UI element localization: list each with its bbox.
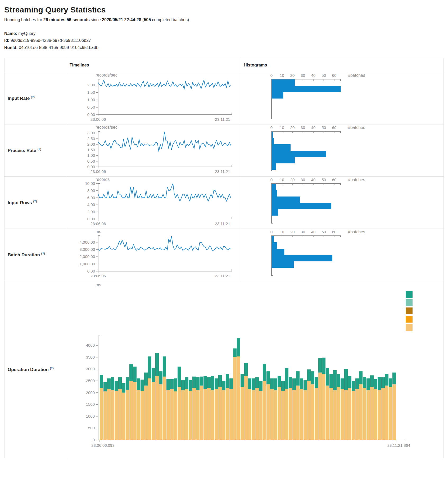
- stacked-bar-top: [259, 381, 263, 391]
- stacked-bar-base: [189, 391, 192, 440]
- stacked-bar-base: [166, 390, 170, 440]
- operation-duration-row: Operation Duration (?) ms050010001500200…: [4, 281, 444, 458]
- stacked-bar-top: [233, 349, 237, 357]
- svg-text:3,000.00: 3,000.00: [80, 247, 95, 252]
- stacked-bar-base: [163, 377, 166, 440]
- stacked-bar-base: [355, 389, 359, 440]
- stacked-bar-top: [241, 374, 244, 387]
- batch-duration-label-cell: Batch Duration (?): [4, 229, 67, 281]
- stacked-bar-top: [359, 371, 363, 384]
- svg-text:40: 40: [311, 73, 316, 78]
- process-rate-label-cell: Process Rate (?): [4, 124, 67, 177]
- input-rows-timeline-chart: records0.002.004.006.008.0010.0023:06:06…: [67, 177, 241, 229]
- stacked-bar-top: [152, 368, 155, 382]
- stacked-bar-top: [370, 376, 374, 387]
- svg-text:2500: 2500: [86, 378, 95, 383]
- help-tooltip[interactable]: (?): [50, 367, 54, 370]
- stacked-bar-top: [304, 380, 307, 390]
- svg-text:23:11:21: 23:11:21: [215, 169, 230, 174]
- stacked-bar-base: [344, 390, 348, 440]
- svg-text:23:06:06: 23:06:06: [90, 117, 106, 122]
- svg-text:3000: 3000: [86, 367, 95, 371]
- stacked-bar-top: [366, 378, 370, 390]
- stacked-bar-base: [148, 378, 151, 440]
- stacked-bar-base: [326, 386, 329, 440]
- svg-text:0: 0: [270, 125, 273, 130]
- svg-text:1.50: 1.50: [87, 148, 95, 152]
- row-label: Operation Duration: [8, 367, 49, 372]
- stacked-bar-base: [370, 387, 374, 440]
- process-rate-histogram-chart: 0102030405060#batches: [241, 124, 444, 176]
- stacked-bar-top: [285, 368, 288, 389]
- query-name-value: myQuery: [17, 31, 35, 36]
- stacked-bar-top: [252, 378, 255, 390]
- svg-text:60: 60: [332, 230, 337, 234]
- stacked-bar-base: [155, 376, 159, 440]
- batch-duration-timeline-chart: ms0.001,000.002,000.003,000.004,000.0023…: [67, 229, 241, 281]
- histogram-bar: [272, 197, 300, 203]
- stacked-bar-base: [192, 388, 196, 440]
- page: Streaming Query Statistics Running batch…: [0, 0, 448, 463]
- histogram-bar: [272, 144, 291, 151]
- stacked-bar-base: [126, 390, 129, 440]
- stacked-bar-base: [203, 389, 207, 440]
- histogram-svg: 0102030405060#batches: [241, 72, 400, 124]
- svg-text:40: 40: [311, 177, 316, 182]
- help-tooltip[interactable]: (?): [31, 95, 35, 99]
- running-duration: 26 minutes 56 seconds: [43, 17, 90, 22]
- stacked-bar-base: [318, 373, 322, 440]
- stacked-bar-top: [274, 378, 277, 390]
- svg-text:50: 50: [322, 230, 326, 234]
- completed-batches-count: 505: [144, 17, 151, 22]
- help-tooltip[interactable]: (?): [37, 148, 41, 151]
- stacked-bar-top: [170, 379, 174, 389]
- histogram-bar: [272, 255, 332, 261]
- svg-text:#batches: #batches: [348, 125, 365, 130]
- svg-text:60: 60: [332, 73, 337, 78]
- stacked-bar-top: [174, 378, 177, 391]
- stacked-bar-base: [307, 381, 311, 440]
- help-tooltip[interactable]: (?): [33, 200, 37, 203]
- stacked-bar-base: [337, 387, 340, 440]
- stacked-bar-top: [270, 378, 274, 389]
- stacked-bar-base: [348, 388, 351, 440]
- stacked-bar-top: [144, 373, 148, 386]
- svg-text:0.50: 0.50: [87, 105, 95, 109]
- svg-text:20: 20: [290, 125, 295, 130]
- svg-text:1.50: 1.50: [87, 90, 95, 95]
- stacked-bar-base: [218, 387, 222, 440]
- stacked-bar-top: [318, 358, 322, 373]
- stacked-bar-top: [222, 381, 225, 390]
- query-id-label: Id:: [4, 38, 10, 43]
- stacked-bar-top: [126, 377, 129, 390]
- svg-text:2.00: 2.00: [87, 83, 95, 87]
- svg-text:20: 20: [290, 177, 295, 182]
- query-name-line: Name: myQuery: [4, 30, 448, 37]
- stacked-bar-base: [226, 388, 229, 440]
- stacked-bar-top: [111, 377, 114, 390]
- stacked-bar-base: [207, 388, 211, 440]
- input-rate-timeline-chart: records/sec0.000.501.001.502.0023:06:062…: [67, 72, 241, 124]
- help-tooltip[interactable]: (?): [41, 252, 45, 255]
- stacked-bar-top: [226, 374, 229, 388]
- svg-text:8.00: 8.00: [87, 188, 95, 193]
- histogram-bar: [272, 242, 277, 249]
- stacked-bar-top: [207, 377, 211, 388]
- stacked-bar-base: [229, 389, 233, 440]
- svg-text:records/sec: records/sec: [96, 73, 117, 77]
- stacked-bar-base: [111, 390, 114, 440]
- histogram-bar: [272, 261, 294, 268]
- stacked-bar-base: [389, 387, 392, 440]
- stacked-bar-top: [315, 377, 318, 388]
- stacked-bar-top: [159, 371, 162, 384]
- stacked-bar-top: [381, 377, 385, 388]
- stacked-bar-base: [363, 388, 366, 440]
- timeline-line: [98, 236, 231, 251]
- svg-text:1500: 1500: [86, 402, 95, 407]
- histogram-bar: [272, 138, 274, 144]
- process-rate-timeline-chart: records/sec0.000.501.001.502.002.503.002…: [67, 124, 241, 176]
- running-batches-summary: Running batches for 26 minutes 56 second…: [4, 17, 448, 22]
- stacked-bar-top: [211, 376, 214, 390]
- stacked-bar-base: [352, 391, 355, 440]
- stacked-bar-top: [374, 379, 377, 389]
